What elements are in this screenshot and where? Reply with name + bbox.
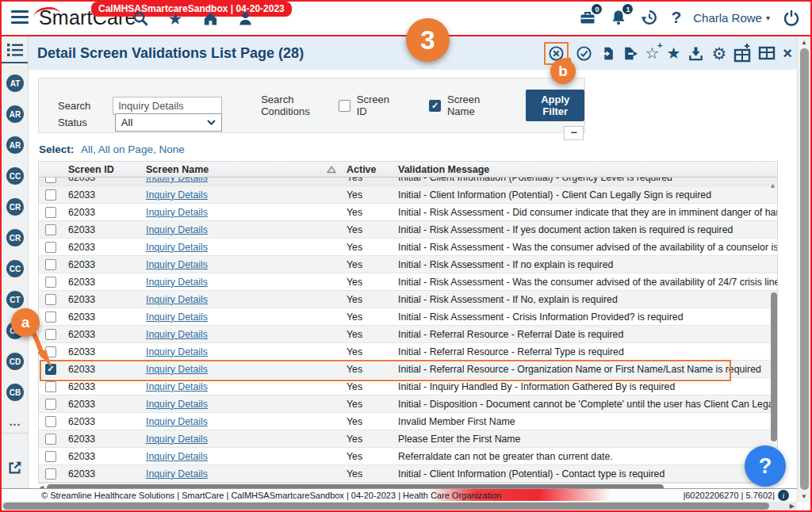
hamburger-menu-icon[interactable] bbox=[11, 10, 29, 25]
close-page-button[interactable]: × bbox=[783, 45, 792, 61]
table-row[interactable]: 62033 Inquiry Details Yes Initial - Refe… bbox=[39, 343, 777, 361]
column-header-validation-message[interactable]: Validation Message bbox=[393, 164, 777, 175]
row-checkbox[interactable] bbox=[45, 451, 56, 462]
screen-name-checkbox[interactable] bbox=[429, 100, 441, 112]
table-row[interactable]: 62033 Inquiry Details Yes Initial - Risk… bbox=[39, 221, 777, 239]
collapse-filter-button[interactable]: − bbox=[564, 126, 584, 140]
user-menu[interactable]: Charla Rowe ▾ bbox=[693, 11, 770, 25]
screen-name-link[interactable]: Inquiry Details bbox=[146, 381, 208, 392]
screen-name-link[interactable]: Inquiry Details bbox=[146, 346, 208, 357]
row-checkbox[interactable] bbox=[45, 242, 56, 253]
table-row[interactable]: 62033 Inquiry Details Yes Initial - Clie… bbox=[39, 178, 777, 186]
row-checkbox[interactable] bbox=[45, 178, 56, 183]
table-row[interactable]: 62033 Inquiry Details Yes Invalid Member… bbox=[39, 413, 777, 430]
open-list-icon[interactable] bbox=[6, 43, 24, 57]
home-icon[interactable] bbox=[201, 9, 220, 28]
scroll-up-arrow[interactable]: ▲ bbox=[798, 39, 810, 46]
table-row[interactable]: 62033 Inquiry Details Yes Initial - Risk… bbox=[39, 273, 777, 291]
screen-name-link[interactable]: Inquiry Details bbox=[146, 364, 208, 375]
table-row[interactable]: 62033 Inquiry Details Yes Initial - Clie… bbox=[39, 465, 777, 483]
logout-power-icon[interactable] bbox=[782, 8, 801, 27]
table-row[interactable]: 62033 Inquiry Details Yes Initial - Risk… bbox=[39, 256, 777, 273]
screen-name-link[interactable]: Inquiry Details bbox=[146, 468, 208, 480]
row-checkbox[interactable] bbox=[45, 434, 56, 445]
table-row[interactable]: 62033 Inquiry Details Yes Referraldate c… bbox=[39, 448, 777, 465]
row-checkbox[interactable] bbox=[45, 294, 56, 305]
settings-gear-icon[interactable]: ⚙ bbox=[711, 45, 726, 62]
screen-name-link[interactable]: Inquiry Details bbox=[146, 178, 208, 183]
row-checkbox[interactable] bbox=[45, 468, 56, 480]
screen-name-link[interactable]: Inquiry Details bbox=[146, 189, 208, 201]
page-vscroll-thumb[interactable] bbox=[800, 48, 809, 490]
new-grid-view-button[interactable] bbox=[733, 43, 751, 63]
sort-ascending-icon[interactable] bbox=[327, 166, 336, 174]
table-row[interactable]: 62033 Inquiry Details Yes Initial - Disp… bbox=[39, 395, 777, 413]
header-help-icon[interactable]: ? bbox=[671, 8, 681, 27]
screen-name-link[interactable]: Inquiry Details bbox=[146, 434, 208, 445]
client-avatar[interactable]: AT bbox=[6, 75, 24, 92]
row-checkbox[interactable] bbox=[45, 207, 56, 218]
help-fab-button[interactable]: ? bbox=[745, 445, 786, 487]
apply-filter-button[interactable]: Apply Filter bbox=[526, 90, 584, 121]
import-document-button[interactable] bbox=[599, 45, 615, 62]
scroll-right-arrow[interactable]: ▶ bbox=[790, 502, 795, 510]
table-row[interactable]: 62033 Inquiry Details Yes Initial - Risk… bbox=[39, 308, 777, 326]
info-icon[interactable]: i bbox=[778, 490, 789, 501]
select-all-on-page-link[interactable]: All on Page bbox=[98, 143, 153, 155]
page-hscroll-thumb[interactable] bbox=[3, 502, 769, 510]
client-avatar[interactable]: CR bbox=[6, 229, 24, 246]
search-icon[interactable] bbox=[131, 9, 150, 28]
screen-name-link[interactable]: Inquiry Details bbox=[146, 259, 208, 270]
table-row[interactable]: 62033 Inquiry Details Yes Initial - Risk… bbox=[39, 204, 777, 221]
client-avatar[interactable]: CT bbox=[6, 291, 24, 308]
notifications-bell-icon[interactable]: 1 bbox=[609, 8, 628, 27]
screen-name-link[interactable]: Inquiry Details bbox=[146, 416, 208, 427]
client-avatar[interactable]: CR bbox=[6, 198, 24, 216]
download-button[interactable] bbox=[688, 45, 704, 62]
table-row[interactable]: 62033 Inquiry Details Yes Initial - Clie… bbox=[39, 186, 777, 204]
column-header-screen-name[interactable]: Screen Name bbox=[140, 164, 341, 175]
table-row[interactable]: 62033 Inquiry Details Yes Initial - Refe… bbox=[39, 326, 777, 343]
screen-name-link[interactable]: Inquiry Details bbox=[146, 399, 208, 410]
screen-name-link[interactable]: Inquiry Details bbox=[146, 207, 208, 218]
table-row[interactable]: 62033 Inquiry Details Yes Initial - Refe… bbox=[39, 361, 777, 378]
table-row[interactable]: 62033 Inquiry Details Yes Please Enter t… bbox=[39, 430, 777, 448]
grid-view-button[interactable] bbox=[758, 45, 776, 61]
client-avatar[interactable]: AR bbox=[6, 105, 24, 123]
caseload-briefcase-icon[interactable]: 0 bbox=[578, 8, 597, 27]
search-input[interactable] bbox=[113, 97, 222, 115]
scroll-down-arrow[interactable]: ▼ bbox=[798, 493, 810, 500]
row-checkbox[interactable] bbox=[45, 189, 56, 201]
screen-name-link[interactable]: Inquiry Details bbox=[146, 242, 208, 253]
screen-name-link[interactable]: Inquiry Details bbox=[146, 451, 208, 462]
select-all-link[interactable]: All bbox=[81, 143, 93, 155]
row-checkbox[interactable] bbox=[45, 416, 56, 427]
client-avatar[interactable]: CB bbox=[6, 384, 24, 401]
table-row[interactable]: 62033 Inquiry Details Yes Initial - Inqu… bbox=[39, 378, 777, 395]
select-none-link[interactable]: None bbox=[159, 143, 184, 155]
client-avatar[interactable]: CD bbox=[6, 353, 24, 370]
history-icon[interactable] bbox=[640, 8, 659, 27]
row-checkbox[interactable] bbox=[45, 311, 56, 323]
screen-name-link[interactable]: Inquiry Details bbox=[146, 311, 208, 323]
page-vertical-scrollbar[interactable]: ▲ ▼ bbox=[797, 36, 810, 502]
screen-id-checkbox[interactable] bbox=[339, 100, 350, 112]
column-header-screen-id[interactable]: Screen ID bbox=[63, 164, 140, 175]
external-link-icon[interactable] bbox=[7, 460, 23, 476]
row-checkbox[interactable] bbox=[45, 259, 56, 270]
client-avatar[interactable]: CC bbox=[6, 167, 24, 185]
page-horizontal-scrollbar[interactable]: ▶ bbox=[2, 502, 797, 510]
screen-name-link[interactable]: Inquiry Details bbox=[146, 224, 208, 235]
screen-name-link[interactable]: Inquiry Details bbox=[146, 329, 208, 340]
client-person-icon[interactable] bbox=[236, 9, 255, 28]
export-document-button[interactable] bbox=[622, 45, 638, 62]
row-checkbox[interactable] bbox=[45, 277, 56, 288]
favorite-button[interactable]: ★ bbox=[667, 45, 681, 61]
table-row[interactable]: 62033 Inquiry Details Yes Initial - Risk… bbox=[39, 291, 777, 308]
table-vertical-scrollbar[interactable] bbox=[771, 292, 777, 441]
add-favorite-button[interactable]: ☆+ bbox=[645, 45, 660, 61]
table-scroll-up-arrow[interactable]: ▲ bbox=[769, 181, 776, 189]
status-select[interactable]: All bbox=[115, 113, 222, 132]
column-header-active[interactable]: Active bbox=[341, 164, 393, 175]
client-avatar[interactable]: CC bbox=[6, 260, 24, 277]
